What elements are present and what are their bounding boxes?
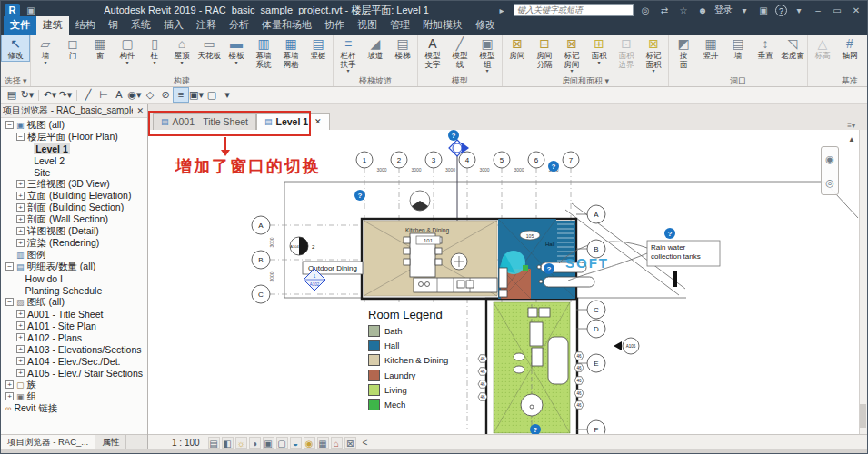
tree-toggle-icon[interactable]: + <box>16 321 25 330</box>
steering-wheel-icon[interactable]: ◉ <box>825 153 834 165</box>
tree-item[interactable]: +A103 - Elevations/Sections <box>1 343 147 355</box>
view-tab-a001-title-sheet[interactable]: ▤A001 - Title Sheet <box>153 113 256 130</box>
undo-icon[interactable]: ↶▾ <box>43 88 57 102</box>
dropdown-icon[interactable]: ▾ <box>153 61 155 65</box>
tree-toggle-icon[interactable]: + <box>16 180 25 188</box>
scrollbar-thumb[interactable] <box>860 404 866 428</box>
close-hidden-icon[interactable]: ▢ <box>205 88 219 102</box>
tree-item[interactable]: −▧图纸 (all) <box>1 296 147 308</box>
view-list-icon[interactable]: ≡▾ <box>847 122 859 130</box>
tree-toggle-icon[interactable]: + <box>16 215 25 223</box>
tree-item[interactable]: +剖面 (Building Section) <box>1 202 147 213</box>
ribbon-button-tag-area[interactable]: ⊠标记 面积▾ <box>640 35 667 74</box>
tree-toggle-icon[interactable]: + <box>16 239 25 247</box>
customize-qat-icon[interactable]: ▾ <box>220 88 234 102</box>
help-question-icon[interactable]: ? <box>548 161 559 172</box>
help-icon[interactable]: ? <box>775 5 787 16</box>
tree-item[interactable]: +A104 - Elev./Sec./Det. <box>1 355 147 367</box>
minimize-button[interactable]: – <box>811 5 825 15</box>
favorites-star-icon[interactable]: ☆ <box>676 5 691 15</box>
palette-tab[interactable]: 项目浏览器 - RAC_... <box>1 435 95 449</box>
ribbon-button-wall[interactable]: ▱墙▾ <box>32 35 59 65</box>
ribbon-tab-体量和场地[interactable]: 体量和场地 <box>255 16 318 35</box>
help-question-icon[interactable]: ? <box>544 263 554 274</box>
default-3d-view-icon[interactable]: ◇ <box>143 88 157 102</box>
ribbon-button-window[interactable]: ▦窗 <box>86 35 114 61</box>
ribbon-button-grid[interactable]: #轴网 <box>836 35 863 61</box>
ribbon-button-column[interactable]: ▯柱▾ <box>141 35 168 65</box>
ribbon-button-vertical-opening[interactable]: ↕垂直 <box>752 35 779 61</box>
shadows-icon[interactable]: ◑ <box>249 437 261 449</box>
ribbon-tab-修改[interactable]: 修改 <box>469 16 502 35</box>
sun-path-icon[interactable]: ☼ <box>235 437 247 449</box>
view-tab-level-1[interactable]: ▤Level 1✕ <box>256 113 330 130</box>
search-find-icon[interactable]: ◎ <box>638 5 653 15</box>
ribbon-button-shaft[interactable]: ▦竖井 <box>697 35 724 61</box>
restore-button[interactable]: ▭ <box>830 5 844 15</box>
tree-toggle-icon[interactable]: + <box>16 333 25 341</box>
hide-isolate-icon[interactable]: ◒ <box>290 437 302 449</box>
ribbon-tab-结构[interactable]: 结构 <box>69 16 102 35</box>
ribbon-button-room-separator[interactable]: ⊟房间 分隔 <box>531 35 558 69</box>
ribbon-tab-file[interactable]: 文件 <box>4 16 36 35</box>
tree-toggle-icon[interactable]: + <box>16 227 25 235</box>
ribbon-button-area[interactable]: ⊞面积▾ <box>585 35 613 65</box>
section-icon[interactable]: ⊘ <box>158 88 173 102</box>
account-icon[interactable]: ☻ <box>695 5 710 15</box>
ribbon-tab-视图[interactable]: 视图 <box>351 16 384 35</box>
switch-windows-icon[interactable]: ▣▾ <box>189 88 204 102</box>
ribbon-button-curtain-grid[interactable]: ▦幕墙 网格 <box>277 35 304 69</box>
tree-item[interactable]: +▣组 <box>1 390 147 402</box>
ribbon-tab-建筑[interactable]: 建筑 <box>36 16 69 35</box>
tree-item[interactable]: +A001 - Title Sheet <box>1 308 147 320</box>
ribbon-button-ceiling[interactable]: ▭天花板 <box>195 35 223 61</box>
ribbon-button-curtain-system[interactable]: ▥幕墙 系统 <box>250 35 277 69</box>
close-icon[interactable]: ✕ <box>314 117 322 126</box>
dropdown-icon[interactable]: ▾ <box>485 69 488 74</box>
ribbon-button-door[interactable]: ◻门 <box>59 35 86 61</box>
close-button[interactable]: ✕ <box>849 5 863 15</box>
dropdown-icon[interactable]: ▾ <box>597 61 600 65</box>
tree-item[interactable]: +▢族 <box>1 379 147 390</box>
tree-item[interactable]: +A105 - Elev./ Stair Sections <box>1 367 147 379</box>
ribbon-button-model-group[interactable]: ▣模型 组▾ <box>474 35 501 74</box>
aligned-dimension-icon[interactable]: ⊢ <box>96 88 111 102</box>
dropdown-icon[interactable]: ▾ <box>234 61 237 65</box>
tree-toggle-icon[interactable]: + <box>16 345 25 353</box>
help-question-icon[interactable]: ? <box>354 190 365 201</box>
dropdown-icon[interactable]: ▾ <box>180 61 183 65</box>
tree-item[interactable]: +渲染 (Rendering) <box>1 237 147 249</box>
tree-toggle-icon[interactable]: − <box>5 121 14 129</box>
tree-toggle-icon[interactable]: − <box>5 262 14 271</box>
temp-view-icon[interactable]: ▦ <box>317 437 329 449</box>
ribbon-tab-钢[interactable]: 钢 <box>102 16 125 35</box>
tree-item[interactable]: How do I <box>1 272 147 284</box>
help-dropdown-icon[interactable]: ▾ <box>792 5 806 15</box>
constraints-icon[interactable]: ⊠ <box>344 437 356 449</box>
dropdown-icon[interactable]: ▾ <box>570 69 573 74</box>
tree-toggle-icon[interactable]: + <box>16 203 25 212</box>
tree-toggle-icon[interactable]: + <box>16 192 25 200</box>
ribbon-button-wall-opening[interactable]: ▤墙 <box>724 35 752 61</box>
ribbon-tab-协作[interactable]: 协作 <box>318 16 351 35</box>
dropdown-icon[interactable]: ▾ <box>44 61 46 65</box>
app-store-cart-icon[interactable]: ▣ <box>756 5 771 15</box>
tree-item[interactable]: +A102 - Plans <box>1 331 147 343</box>
collapse-icon[interactable]: < <box>363 438 368 448</box>
ribbon-tab-插入[interactable]: 插入 <box>157 16 190 35</box>
tree-toggle-icon[interactable]: + <box>5 392 14 400</box>
ribbon-button-dormer[interactable]: ◹老虎窗 <box>779 35 806 61</box>
ribbon-button-modify[interactable]: ↖修改 <box>2 35 29 61</box>
ribbon-tab-附加模块[interactable]: 附加模块 <box>416 16 469 35</box>
ribbon-button-tag-room[interactable]: ⊠标记 房间▾ <box>558 35 585 74</box>
ribbon-tab-分析[interactable]: 分析 <box>223 16 255 35</box>
ribbon-tab-注释[interactable]: 注释 <box>190 16 223 35</box>
ribbon-button-room[interactable]: ⊠房间 <box>504 35 531 61</box>
ribbon-button-railing[interactable]: ≡栏杆 扶手▾ <box>334 35 362 74</box>
ribbon-button-ramp[interactable]: ◢坡道 <box>362 35 389 61</box>
ribbon-button-model-line[interactable]: ╱模型 线 <box>446 35 474 69</box>
tree-item[interactable]: Planting Schedule <box>1 284 147 296</box>
save-icon[interactable]: ▤ <box>5 88 19 102</box>
ribbon-button-mullion[interactable]: ▤竖梃 <box>304 35 332 61</box>
vertical-scrollbar[interactable] <box>859 130 867 434</box>
